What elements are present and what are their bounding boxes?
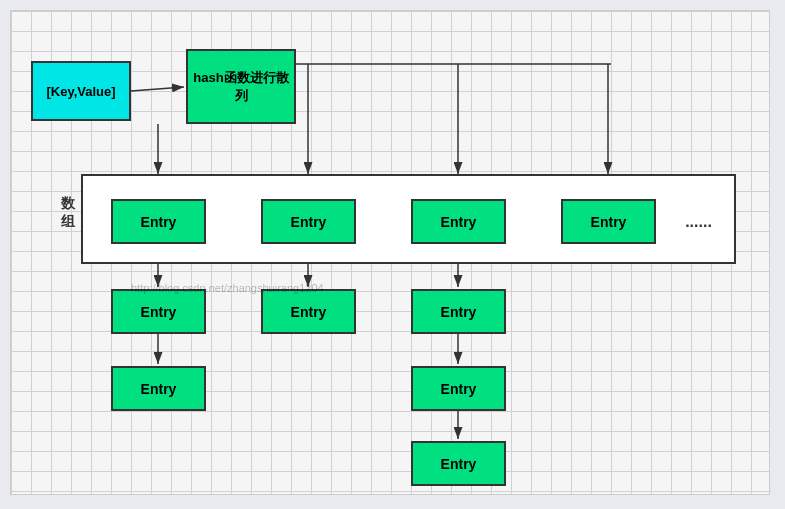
col1-entry-3: Entry — [111, 366, 206, 411]
col2-entry-2: Entry — [261, 289, 356, 334]
col3-entry-2: Entry — [411, 289, 506, 334]
hash-func-box: hash函数进行散列 — [186, 49, 296, 124]
col3-entry-4: Entry — [411, 441, 506, 486]
svg-line-1 — [131, 87, 184, 91]
diagram-container: [Key,Value] hash函数进行散列 数 组 Entry Entry E… — [10, 10, 770, 495]
key-value-box: [Key,Value] — [31, 61, 131, 121]
watermark: http://blog.csdn.net/zhangshuirang1204 — [131, 282, 324, 294]
col1-entry-2: Entry — [111, 289, 206, 334]
array-entry-1: Entry — [111, 199, 206, 244]
array-label: 数 组 — [61, 194, 75, 230]
col3-entry-3: Entry — [411, 366, 506, 411]
array-entry-3: Entry — [411, 199, 506, 244]
array-entry-4: Entry — [561, 199, 656, 244]
dots-label: ...... — [671, 199, 726, 244]
array-entry-2: Entry — [261, 199, 356, 244]
